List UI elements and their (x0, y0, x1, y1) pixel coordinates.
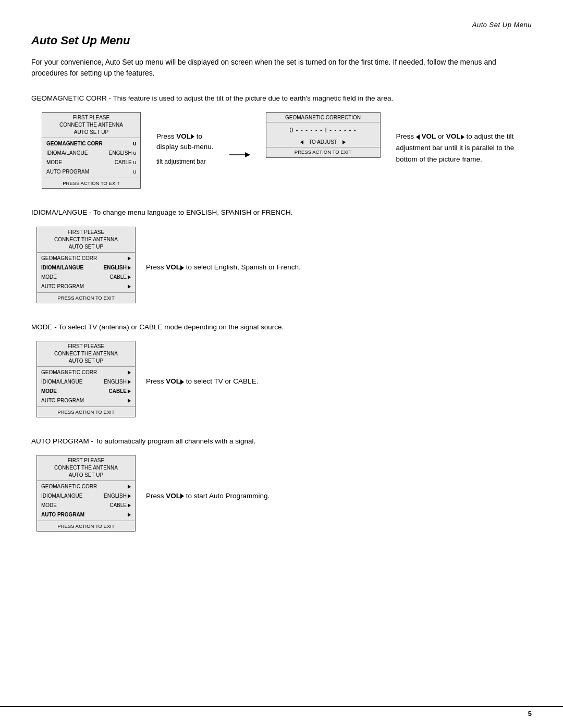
mode-content: FIRST PLEASECONNECT THE ANTENNAAUTO SET … (36, 341, 532, 417)
press-vol-area: Press VOL to display sub-menu. tilt adju… (156, 131, 214, 165)
idioma-menu-box: FIRST PLEASECONNECT THE ANTENNAAUTO SET … (36, 227, 136, 303)
tri-right-geo (128, 256, 131, 261)
header-title: Auto Set Up Menu (31, 21, 532, 29)
idioma-menu-header: FIRST PLEASECONNECT THE ANTENNAAUTO SET … (37, 227, 135, 251)
display-submenu-text: display sub-menu. (156, 143, 214, 151)
menu-row-autoprog: AUTO PROGRAM u (42, 167, 140, 177)
menu-footer-1: PRESS ACTION TO EXIT (42, 179, 140, 188)
idioma-row-idioma: IDIOMA/LANGUE ENGLISH (37, 263, 135, 273)
auto-row-idioma: IDIOMA/LANGUE ENGLISH (37, 491, 135, 501)
tri-left-sm-icon (416, 134, 420, 140)
menu-row-geomagnetic: GEOMAGNETIC CORR u (42, 139, 140, 149)
press-vol-text: Press VOL to (156, 131, 202, 143)
tri-right-mode-idioma (128, 380, 131, 384)
auto-program-content: FIRST PLEASECONNECT THE ANTENNAAUTO SET … (36, 455, 532, 532)
vol-left-label: VOL (420, 132, 436, 140)
tri-right-mode-btn (180, 379, 184, 385)
bottom-rule (0, 706, 563, 707)
mode-menu-footer: PRESS ACTION TO EXIT (37, 408, 135, 417)
idioma-press-text: Press VOL to select English, Spanish or … (146, 256, 301, 273)
mode-desc: MODE - To select TV (antenna) or CABLE m… (31, 322, 532, 332)
svg-marker-1 (245, 152, 250, 157)
page-title: Auto Set Up Menu (31, 34, 532, 47)
vol-mode-label: VOL (166, 377, 180, 385)
page-number: 5 (528, 710, 532, 718)
mode-row-geo: GEOMAGNETIC CORR (37, 368, 135, 377)
mode-press-text: Press VOL to select TV or CABLE. (146, 371, 258, 387)
to-adjust-label: TO ADJUST (309, 139, 337, 145)
idioma-content: FIRST PLEASECONNECT THE ANTENNAAUTO SET … (36, 227, 532, 303)
geomagnetic-desc: GEOMAGNETIC CORR - This feature is used … (31, 93, 532, 104)
tri-left-icon (300, 140, 303, 144)
geo-footer: PRESS ACTION TO EXIT (266, 147, 380, 157)
section-auto-program: AUTO PROGRAM - To automatically program … (31, 436, 532, 532)
geo-correction-box: GEOMAGNETIC CORRECTION 0 - - - - - - I -… (266, 112, 381, 158)
geomagnetic-menu-box: FIRST PLEASECONNECT THE ANTENNAAUTO SET … (42, 112, 141, 189)
tri-right-mode-2 (128, 275, 131, 279)
mode-row-auto: AUTO PROGRAM (37, 396, 135, 405)
arrow-svg (229, 147, 250, 163)
tri-right-mode-geo (128, 371, 131, 375)
auto-program-desc: AUTO PROGRAM - To automatically program … (31, 436, 532, 447)
arrow-area (229, 147, 250, 164)
vol-auto-label: VOL (166, 492, 180, 500)
tri-right-idioma (128, 266, 131, 270)
auto-program-menu-area: FIRST PLEASECONNECT THE ANTENNAAUTO SET … (36, 455, 136, 532)
idioma-row-geo: GEOMAGNETIC CORR (37, 254, 135, 263)
tri-right-idioma-btn (180, 265, 184, 270)
auto-program-menu-box: FIRST PLEASECONNECT THE ANTENNAAUTO SET … (36, 455, 136, 532)
auto-row-auto: AUTO PROGRAM (37, 510, 135, 520)
header-title-text: Auto Set Up Menu (472, 21, 532, 29)
auto-row-geo: GEOMAGNETIC CORR (37, 482, 135, 491)
idioma-desc: IDIOMA/LANGUE - To change menu language … (31, 207, 532, 218)
geo-bar: 0 - - - - - - I - - - - - - (266, 122, 380, 137)
auto-program-menu-header: FIRST PLEASECONNECT THE ANTENNAAUTO SET … (37, 455, 135, 479)
menu-row-idioma: IDIOMA/LANGUE ENGLISH u (42, 149, 140, 158)
section-idioma: IDIOMA/LANGUE - To change menu language … (31, 207, 532, 303)
mode-row-idioma: IDIOMA/LANGUE ENGLISH (37, 377, 135, 387)
tri-right-sm-icon (461, 134, 464, 140)
idioma-menu-footer: PRESS ACTION TO EXIT (37, 294, 135, 303)
tri-right-auto-auto (128, 513, 131, 517)
geo-adjust-row: TO ADJUST (266, 137, 380, 147)
page: Auto Set Up Menu Auto Set Up Menu For yo… (0, 0, 563, 728)
tri-right-auto-2 (128, 285, 131, 289)
tri-right-mode-auto (128, 399, 131, 403)
vol-label-1: VOL (176, 132, 191, 140)
idioma-row-mode: MODE CABLE (37, 273, 135, 282)
intro-text: For your convenience, Auto Set up menu w… (31, 57, 532, 79)
auto-row-mode: MODE CABLE (37, 501, 135, 510)
tri-right-auto-idioma (128, 494, 131, 498)
auto-program-menu-footer: PRESS ACTION TO EXIT (37, 522, 135, 531)
vol-tri-right-1 (191, 134, 194, 139)
mode-menu-box: FIRST PLEASECONNECT THE ANTENNAAUTO SET … (36, 341, 136, 417)
mode-menu-header: FIRST PLEASECONNECT THE ANTENNAAUTO SET … (37, 341, 135, 365)
tri-right-auto-mode (128, 503, 131, 508)
menu-header-1: FIRST PLEASECONNECT THE ANTENNAAUTO SET … (42, 113, 140, 137)
tri-right-auto-btn (180, 493, 184, 499)
vol-right-label: VOL (446, 132, 461, 140)
tri-right-icon (342, 140, 346, 144)
mode-menu-area: FIRST PLEASECONNECT THE ANTENNAAUTO SET … (36, 341, 136, 417)
tri-right-auto-geo (128, 485, 131, 489)
geomagnetic-content: FIRST PLEASECONNECT THE ANTENNAAUTO SET … (42, 112, 532, 189)
section-mode: MODE - To select TV (antenna) or CABLE m… (31, 322, 532, 417)
section-geomagnetic: GEOMAGNETIC CORR - This feature is used … (31, 93, 532, 189)
vol-idioma-label: VOL (166, 263, 180, 271)
right-adjust-text: Press VOL or VOL to adjust the tilt adju… (396, 131, 521, 165)
tri-right-mode-mode (128, 389, 131, 393)
tilt-label: tilt adjustment bar (156, 158, 206, 165)
idioma-row-auto: AUTO PROGRAM (37, 282, 135, 291)
geo-correction-header: GEOMAGNETIC CORRECTION (266, 113, 380, 122)
idioma-menu-area: FIRST PLEASECONNECT THE ANTENNAAUTO SET … (36, 227, 136, 303)
mode-row-mode: MODE CABLE (37, 387, 135, 396)
menu-row-mode: MODE CABLE u (42, 158, 140, 167)
auto-program-press-text: Press VOL to start Auto Programming. (146, 485, 270, 502)
